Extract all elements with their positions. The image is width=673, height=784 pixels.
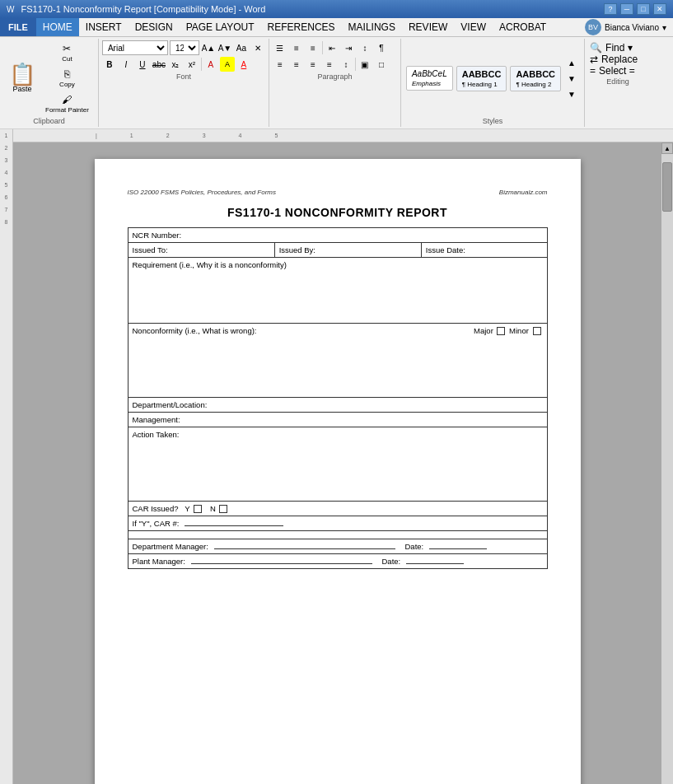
change-case-button[interactable]: Aa — [234, 40, 249, 55]
dept-manager-signature — [214, 548, 395, 549]
action-taken-cell: Action Taken: — [128, 427, 547, 502]
paste-label: Paste — [12, 85, 31, 93]
select-button[interactable]: = Select = — [590, 65, 646, 77]
paste-icon: 📋 — [9, 63, 35, 85]
style-heading1[interactable]: AABBCC¶ Heading 1 — [456, 66, 507, 91]
cut-label: Cut — [62, 55, 72, 63]
format-painter-label: Format Painter — [45, 106, 89, 114]
user-dropdown-icon[interactable]: ▾ — [662, 23, 666, 32]
text-effects-button[interactable]: A — [203, 57, 218, 72]
increase-indent-button[interactable]: ⇥ — [341, 40, 356, 55]
decrease-indent-button[interactable]: ⇤ — [325, 40, 339, 55]
copy-button[interactable]: ⎘ Copy — [41, 66, 93, 91]
font-grow-button[interactable]: A▲ — [201, 40, 216, 55]
doc-scroll-area: ISO 22000 FSMS Policies, Procedures, and… — [13, 142, 673, 784]
menu-item-review[interactable]: REVIEW — [402, 18, 454, 36]
title-bar: W FS1170-1 Nonconformity Report [Compati… — [0, 0, 673, 18]
center-button[interactable]: ≡ — [289, 57, 304, 72]
font-shrink-button[interactable]: A▼ — [217, 40, 232, 55]
cut-button[interactable]: ✂ Cut — [41, 40, 93, 65]
highlight-button[interactable]: A — [220, 57, 235, 72]
menu-item-view[interactable]: VIEW — [454, 18, 493, 36]
clear-formatting-button[interactable]: ✕ — [250, 40, 265, 55]
show-hide-button[interactable]: ¶ — [374, 40, 389, 55]
subscript-button[interactable]: x₂ — [168, 57, 183, 72]
nonconformity-label: Nonconformity (i.e., What is wrong): — [133, 326, 257, 335]
styles-expand[interactable]: ▼ — [564, 86, 579, 101]
issued-by-cell: Issued By: — [274, 243, 421, 258]
italic-button[interactable]: I — [119, 57, 133, 72]
find-button[interactable]: 🔍 Find ▾ — [590, 42, 646, 54]
menu-item-file[interactable]: FILE — [0, 18, 36, 36]
close-button[interactable]: ✕ — [653, 3, 666, 15]
title-bar-controls[interactable]: ? ─ □ ✕ — [604, 3, 666, 15]
scroll-thumb[interactable] — [662, 162, 672, 212]
scroll-up-button[interactable]: ▲ — [661, 142, 673, 154]
editing-section-label: Editing — [590, 77, 646, 86]
line-spacing-button[interactable]: ↕ — [339, 57, 353, 72]
clipboard-section: 📋 Paste ✂ Cut ⎘ Copy 🖌 Format Painter — [0, 39, 99, 127]
cut-icon: ✂ — [63, 43, 71, 54]
editing-section: 🔍 Find ▾ ⇄ Replace = Select = Editing — [585, 39, 651, 127]
left-ruler: 1 2 3 4 5 6 7 8 — [0, 129, 13, 784]
format-painter-button[interactable]: 🖌 Format Painter — [41, 91, 93, 116]
style-emphasis[interactable]: AaBbCeLEmphasis — [406, 66, 453, 91]
bold-button[interactable]: B — [102, 57, 117, 72]
paste-button[interactable]: 📋 Paste — [5, 61, 40, 96]
car-yes-checkbox[interactable] — [194, 505, 202, 513]
menu-item-insert[interactable]: INSERT — [79, 18, 129, 36]
menu-item-page-layout[interactable]: PAGE LAYOUT — [180, 18, 261, 36]
major-checkbox[interactable] — [497, 327, 505, 335]
select-label: Select = — [599, 65, 635, 77]
menu-item-references[interactable]: REFERENCES — [261, 18, 342, 36]
underline-button[interactable]: U — [135, 57, 150, 72]
minor-checkbox[interactable] — [533, 327, 541, 335]
strikethrough-button[interactable]: abc — [152, 57, 166, 72]
help-button[interactable]: ? — [604, 3, 617, 15]
menu-item-design[interactable]: DESIGN — [129, 18, 180, 36]
scroll-track[interactable] — [661, 154, 673, 784]
right-scrollbar[interactable]: ▲ ▼ — [661, 142, 673, 784]
paragraph-section: ☰ ≡ ≡ ⇤ ⇥ ↕ ¶ ≡ ≡ ≡ ≡ ↕ ▣ □ Paragraph — [269, 39, 401, 127]
borders-button[interactable]: □ — [374, 57, 389, 72]
clipboard-small-btns: ✂ Cut ⎘ Copy 🖌 Format Painter — [41, 40, 93, 116]
format-painter-icon: 🖌 — [62, 94, 72, 105]
align-right-button[interactable]: ≡ — [306, 57, 320, 72]
font-color-button[interactable]: A — [236, 57, 251, 72]
department-cell: Department/Location: — [128, 398, 547, 413]
replace-button[interactable]: ⇄ Replace — [590, 54, 646, 65]
menu-item-acrobat[interactable]: ACROBAT — [493, 18, 553, 36]
styles-scroll-down[interactable]: ▼ — [564, 71, 579, 86]
align-left-button[interactable]: ≡ — [273, 57, 287, 72]
menu-item-home[interactable]: HOME — [36, 18, 79, 36]
sort-button[interactable]: ↕ — [358, 40, 372, 55]
font-size-select[interactable]: 12 — [170, 40, 199, 55]
justify-button[interactable]: ≡ — [322, 57, 337, 72]
date2-line — [406, 563, 464, 564]
multilevel-button[interactable]: ≡ — [306, 40, 320, 55]
doc-scroll[interactable]: ISO 22000 FSMS Policies, Procedures, and… — [13, 142, 661, 784]
major-label: Major — [474, 326, 493, 335]
superscript-button[interactable]: x² — [185, 57, 199, 72]
spacer-cell — [128, 531, 547, 539]
font-name-select[interactable]: Arial — [102, 40, 168, 55]
numbering-button[interactable]: ≡ — [289, 40, 304, 55]
car-no-checkbox[interactable] — [219, 505, 227, 513]
maximize-button[interactable]: □ — [637, 3, 650, 15]
clipboard-label: Clipboard — [33, 117, 65, 125]
management-cell: Management: — [128, 413, 547, 427]
dept-manager-cell: Department Manager: Date: — [128, 539, 547, 554]
style-heading2[interactable]: AABBCC¶ Heading 2 — [510, 66, 561, 91]
car-yes-label: Y — [185, 504, 189, 513]
car-issued-cell: CAR Issued? Y N — [128, 502, 547, 516]
minimize-button[interactable]: ─ — [620, 3, 633, 15]
menu-item-mailings[interactable]: MAILINGS — [342, 18, 402, 36]
date1-label: Date: — [404, 542, 423, 551]
user-avatar: BV — [585, 19, 601, 35]
car-no-label: N — [210, 504, 216, 513]
document-area: | 1 2 3 4 5 ISO 22000 FSMS Policies, Pro… — [13, 129, 673, 784]
title-bar-left: W FS1170-1 Nonconformity Report [Compati… — [7, 4, 265, 14]
shading-button[interactable]: ▣ — [358, 57, 372, 72]
bullets-button[interactable]: ☰ — [273, 40, 287, 55]
styles-scroll-up[interactable]: ▲ — [564, 55, 579, 70]
